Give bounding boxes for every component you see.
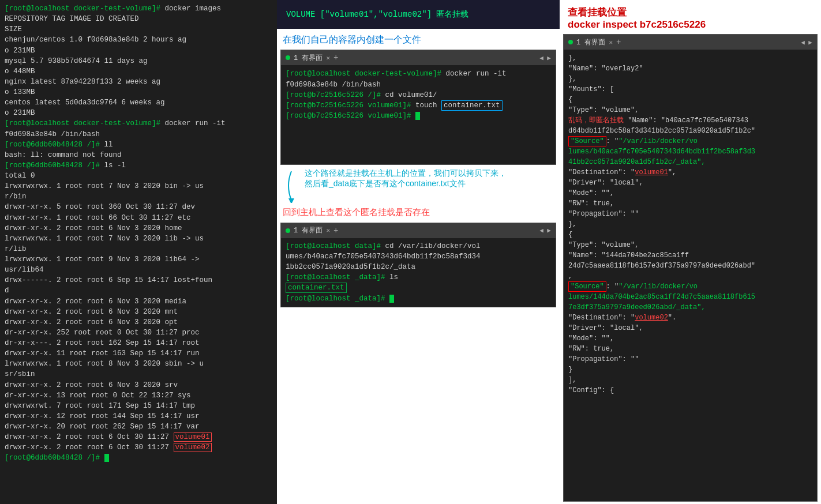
- tab-close[interactable]: ✕: [326, 54, 330, 62]
- right-tab-dot: [568, 40, 573, 44]
- terminal-line: total 0: [5, 171, 272, 181]
- terminal-line: drwxr-xr-x. 12 root root 144 Sep 15 14:1…: [5, 411, 272, 422]
- bottom-tab-close[interactable]: ✕: [326, 227, 330, 234]
- left-terminal-content: [root@localhost docker-test-volume]# doc…: [5, 3, 272, 464]
- terminal-line: lrwxrwxrwx. 1 root root 7 Nov 3 2020 lib…: [5, 234, 272, 244]
- terminal-line: [root@b7c2516c5226 volume01]# touch cont…: [286, 100, 551, 111]
- terminal-line: [root@localhost data]# cd /var/lib/docke…: [286, 241, 551, 251]
- right-title1: 查看挂载位置: [568, 6, 813, 19]
- right-tab-close[interactable]: ✕: [609, 39, 613, 46]
- terminal-line: drwx------. 2 root root 6 Sep 15 14:17 l…: [5, 275, 272, 285]
- right-terminal[interactable]: 1 有界面 ✕ + ◀ ▶ }, "Name": "overlay2" }, "…: [563, 34, 818, 502]
- terminal-line: [root@localhost docker-test-volume]# doc…: [5, 118, 272, 129]
- arrow-icon: [283, 168, 300, 203]
- terminal-line: REPOSITORY TAG IMAGE ID CREATED: [5, 14, 272, 24]
- banner-text: VOLUME ["volume01","volume02"] 匿名挂载: [286, 9, 468, 20]
- middle-terminal-body: [root@localhost docker-test-volume]# doc…: [281, 65, 556, 164]
- terminal-line: r/bin: [5, 191, 272, 202]
- terminal-line: o 133MB: [5, 87, 272, 97]
- terminal-line: drwxr-xr-x. 2 root root 6 Nov 3 2020 hom…: [5, 223, 272, 234]
- tab-arrows: ◀ ▶: [539, 54, 551, 62]
- terminal-line: [root@b7c2516c5226 volume01]#: [286, 111, 551, 121]
- terminal-line: SIZE: [5, 24, 272, 35]
- terminal-line: chenjun/centos 1.0 f0d698a3e84b 2 hours …: [5, 35, 272, 45]
- terminal-line: sr/sbin: [5, 369, 272, 379]
- terminal-line: "RW": true,: [568, 198, 812, 209]
- terminal-line: f0d698a3e84b /bin/bash: [5, 129, 272, 140]
- arrow-row: 这个路径就是挂载在主机上的位置，我们可以拷贝下来， 然后看_data底下是否有这…: [283, 166, 554, 203]
- terminal-line: d: [5, 285, 272, 296]
- terminal-line: lumes/144da704be2ac85ca1ff24d7c5aaea8118…: [568, 292, 812, 302]
- right-terminal-titlebar: 1 有界面 ✕ + ◀ ▶: [564, 35, 817, 50]
- terminal-line: "Destination": "volume01",: [568, 167, 812, 178]
- terminal-line: umes/b40aca7fc705e5407343d64bdb11f2bc58a…: [286, 251, 551, 262]
- tab-add[interactable]: +: [333, 53, 338, 62]
- terminal-line: mysql 5.7 938b57d64674 11 days ag: [5, 56, 272, 66]
- right-tab-label[interactable]: 1 有界面: [576, 37, 605, 47]
- left-terminal-panel: [root@localhost docker-test-volume]# doc…: [0, 0, 277, 504]
- tab-dot-bottom: [286, 228, 290, 233]
- arrow-text: 这个路径就是挂载在主机上的位置，我们可以拷贝下来， 然后看_data底下是否有这…: [305, 168, 507, 189]
- terminal-line: "Source": ""/var/lib/docker/vo: [568, 281, 812, 292]
- tab-label[interactable]: 1 有界面: [294, 53, 323, 63]
- middle-annotation-top: 在我们自己的容器内创建一个文件: [277, 29, 560, 50]
- terminal-line: nginx latest 87a94228f133 2 weeks ag: [5, 77, 272, 87]
- right-tab-arrows: ◀ ▶: [801, 39, 812, 46]
- right-title2: docker inspect b7c2516c5226: [568, 19, 813, 31]
- top-banner: VOLUME ["volume01","volume02"] 匿名挂载: [277, 0, 560, 29]
- terminal-line: "Name": "overlay2": [568, 63, 812, 74]
- terminal-line: dr-xr-xr-x. 252 root root 0 Oct 30 11:27…: [5, 328, 272, 338]
- terminal-line: drwxr-xr-x. 11 root root 163 Sep 15 14:1…: [5, 348, 272, 359]
- bottom-tab-label[interactable]: 1 有界面: [294, 225, 323, 235]
- terminal-line: },: [568, 53, 812, 63]
- terminal-line: {: [568, 95, 812, 105]
- terminal-line: [root@6ddb60b48428 /]# ls -l: [5, 160, 272, 171]
- terminal-line: [root@localhost _data]#: [286, 294, 551, 304]
- arrow-annotations: 这个路径就是挂载在主机上的位置，我们可以拷贝下来， 然后看_data底下是否有这…: [277, 165, 560, 204]
- terminal-line: r/lib: [5, 244, 272, 254]
- terminal-line: "Mounts": [: [568, 84, 812, 95]
- terminal-line: [root@b7c2516c5226 /]# cd volume01/: [286, 90, 551, 100]
- terminal-line: drwxr-xr-x. 2 root root 6 Nov 3 2020 opt: [5, 317, 272, 328]
- bottom-tab-add[interactable]: +: [333, 226, 338, 235]
- terminal-line: o 448MB: [5, 66, 272, 77]
- middle-terminal-top[interactable]: 1 有界面 ✕ + ◀ ▶ [root@localhost docker-tes…: [280, 50, 556, 165]
- right-tab-add[interactable]: +: [616, 37, 621, 47]
- middle-annotation-bottom: 回到主机上查看这个匿名挂载是否存在: [277, 204, 560, 220]
- terminal-line: usr/lib64: [5, 265, 272, 275]
- terminal-line: drwxr-xr-x. 2 root root 6 Nov 3 2020 med…: [5, 296, 272, 307]
- terminal-line: "Propagation": "": [568, 209, 812, 219]
- terminal-line: },: [568, 219, 812, 230]
- terminal-line: dr-xr-xr-x. 13 root root 0 Oct 22 13:27 …: [5, 390, 272, 401]
- terminal-line: "Driver": "local",: [568, 178, 812, 188]
- terminal-line: drwxr-xr-x. 2 root root 6 Nov 3 2020 mnt: [5, 307, 272, 317]
- terminal-line: [root@6ddb60b48428 /]#: [5, 453, 272, 463]
- terminal-line: 41bb2cc0571a9020a1d5f1b2c/_data",: [568, 157, 812, 167]
- terminal-line: bash: ll: command not found: [5, 150, 272, 160]
- terminal-line: "Type": "volume",: [568, 240, 812, 250]
- terminal-line: "Source": ""/var/lib/docker/vo: [568, 136, 812, 146]
- terminal-line: {: [568, 230, 812, 240]
- terminal-line: [root@localhost docker-test-volume]# doc…: [286, 69, 551, 79]
- terminal-line: "Mode": "",: [568, 333, 812, 344]
- terminal-line: [root@localhost _data]# ls: [286, 272, 551, 283]
- terminal-line: [root@localhost docker-test-volume]# doc…: [5, 3, 272, 14]
- terminal-line: },: [568, 74, 812, 84]
- terminal-line: "Name": "144da704be2ac85ca1ff: [568, 250, 812, 261]
- bottom-terminal[interactable]: 1 有界面 ✕ + ◀ ▶ [root@localhost data]# cd …: [280, 223, 556, 307]
- terminal-line: "Driver": "local",: [568, 323, 812, 333]
- terminal-line: lumes/b40aca7fc705e5407343d64bdb11f2bc58…: [568, 146, 812, 157]
- terminal-line: dr-xr-x---. 2 root root 162 Sep 15 14:17…: [5, 338, 272, 348]
- terminal-line: "Mode": "",: [568, 188, 812, 198]
- terminal-line: container.txt: [286, 283, 551, 293]
- terminal-line: lrwxrwxrwx. 1 root root 8 Nov 3 2020 sbi…: [5, 359, 272, 369]
- terminal-line: drwxr-xr-x. 2 root root 6 Oct 30 11:27 v…: [5, 442, 272, 453]
- middle-panel: VOLUME ["volume01","volume02"] 匿名挂载 在我们自…: [277, 0, 560, 504]
- terminal-line: lrwxrwxrwx. 1 root root 9 Nov 3 2020 lib…: [5, 254, 272, 265]
- terminal-line: f0d698a3e84b /bin/bash: [286, 80, 551, 90]
- terminal-line: "Config": {: [568, 385, 812, 396]
- terminal-line: "Propagation": "": [568, 354, 812, 364]
- terminal-line: 1bb2cc0571a9020a1d5f1b2c/_data: [286, 262, 551, 272]
- right-annotation: 查看挂载位置 docker inspect b7c2516c5226: [560, 0, 821, 32]
- terminal-line: lrwxrwxrwx. 1 root root 7 Nov 3 2020 bin…: [5, 181, 272, 191]
